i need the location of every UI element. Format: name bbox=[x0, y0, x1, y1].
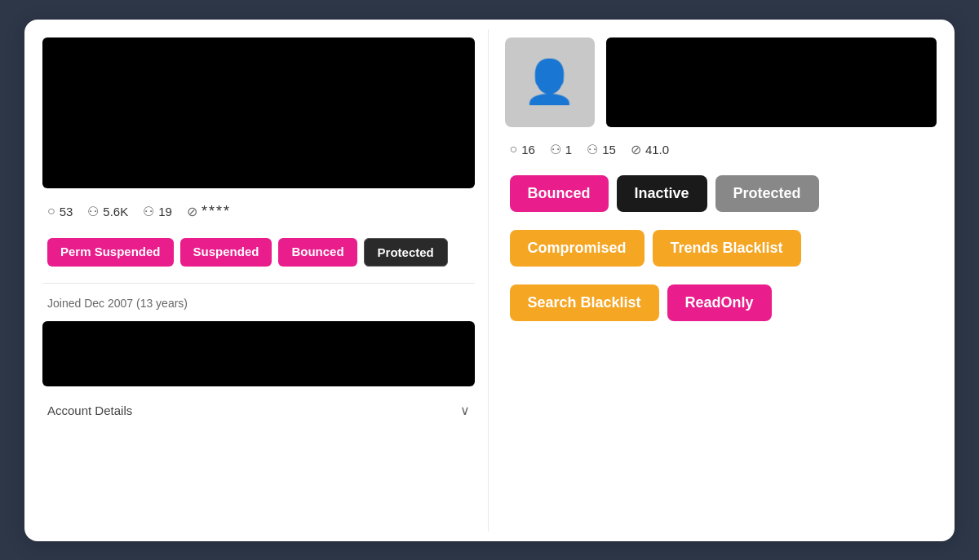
main-card: ○ 53 ⚇ 5.6K ⚇ 19 ⊘ **** Perm Suspended S… bbox=[24, 20, 955, 541]
tag-trends-blacklist[interactable]: Trends Blacklist bbox=[653, 230, 801, 267]
right-panel: 👤 ○ 16 ⚇ 1 ⚇ 15 ⊘ 41.0 Bounced bbox=[489, 29, 946, 531]
account-details-label: Account Details bbox=[47, 403, 132, 417]
right-score-value: 41.0 bbox=[645, 143, 669, 157]
tag-inactive[interactable]: Inactive bbox=[617, 175, 707, 212]
tag-readonly[interactable]: ReadOnly bbox=[667, 284, 772, 321]
left-followers-value: 5.6K bbox=[103, 205, 128, 218]
right-followers-icon: ⚇ bbox=[550, 142, 561, 157]
right-comments-stat: ○ 16 bbox=[510, 142, 535, 157]
block-icon-right: ⊘ bbox=[631, 142, 641, 157]
right-stats-row: ○ 16 ⚇ 1 ⚇ 15 ⊘ 41.0 bbox=[505, 139, 937, 161]
left-comments-value: 53 bbox=[60, 205, 73, 218]
avatar: 👤 bbox=[505, 37, 595, 127]
right-following-stat: ⚇ 15 bbox=[587, 142, 616, 157]
left-description-box bbox=[42, 321, 475, 386]
left-panel: ○ 53 ⚇ 5.6K ⚇ 19 ⊘ **** Perm Suspended S… bbox=[34, 29, 489, 531]
left-followers-stat: ⚇ 5.6K bbox=[87, 204, 128, 219]
left-score-stat: ⊘ **** bbox=[187, 203, 231, 220]
right-followers-value: 1 bbox=[565, 143, 572, 157]
tag-search-blacklist[interactable]: Search Blacklist bbox=[510, 284, 659, 321]
account-details-row[interactable]: Account Details ∨ bbox=[42, 398, 475, 418]
tag-protected-right[interactable]: Protected bbox=[715, 175, 819, 212]
chevron-down-icon: ∨ bbox=[460, 403, 470, 418]
left-score-value: **** bbox=[202, 203, 231, 220]
tag-bounced-right[interactable]: Bounced bbox=[510, 175, 609, 212]
joined-text: Joined Dec 2007 (13 years) bbox=[42, 297, 475, 310]
left-divider bbox=[42, 283, 475, 284]
right-score-stat: ⊘ 41.0 bbox=[631, 142, 669, 157]
tag-bounced-left[interactable]: Bounced bbox=[278, 238, 357, 267]
left-banner-image bbox=[42, 37, 475, 188]
right-top-section: 👤 bbox=[505, 37, 937, 127]
following-icon: ⚇ bbox=[143, 204, 154, 219]
followers-icon: ⚇ bbox=[87, 204, 99, 219]
left-tags-row: Perm Suspended Suspended Bounced Protect… bbox=[42, 235, 475, 270]
right-following-value: 15 bbox=[602, 143, 616, 157]
block-icon-left: ⊘ bbox=[187, 204, 197, 219]
tag-suspended[interactable]: Suspended bbox=[180, 238, 272, 267]
right-following-icon: ⚇ bbox=[587, 142, 598, 157]
right-banner-image bbox=[606, 37, 937, 127]
tag-compromised[interactable]: Compromised bbox=[510, 230, 645, 267]
right-tags-row2: Compromised Trends Blacklist bbox=[505, 227, 937, 270]
right-comment-icon: ○ bbox=[510, 142, 518, 157]
left-following-stat: ⚇ 19 bbox=[143, 204, 172, 219]
right-followers-stat: ⚇ 1 bbox=[550, 142, 572, 157]
tag-perm-suspended[interactable]: Perm Suspended bbox=[47, 238, 174, 267]
user-avatar-icon: 👤 bbox=[523, 57, 576, 107]
tag-protected-left[interactable]: Protected bbox=[364, 238, 448, 267]
right-tags-row3: Search Blacklist ReadOnly bbox=[505, 281, 937, 324]
comment-icon: ○ bbox=[47, 204, 55, 218]
left-following-value: 19 bbox=[158, 205, 172, 218]
right-comments-value: 16 bbox=[521, 143, 535, 157]
right-tags-row1: Bounced Inactive Protected bbox=[505, 172, 937, 215]
left-comments-stat: ○ 53 bbox=[47, 204, 73, 218]
left-stats-row: ○ 53 ⚇ 5.6K ⚇ 19 ⊘ **** bbox=[42, 200, 475, 223]
